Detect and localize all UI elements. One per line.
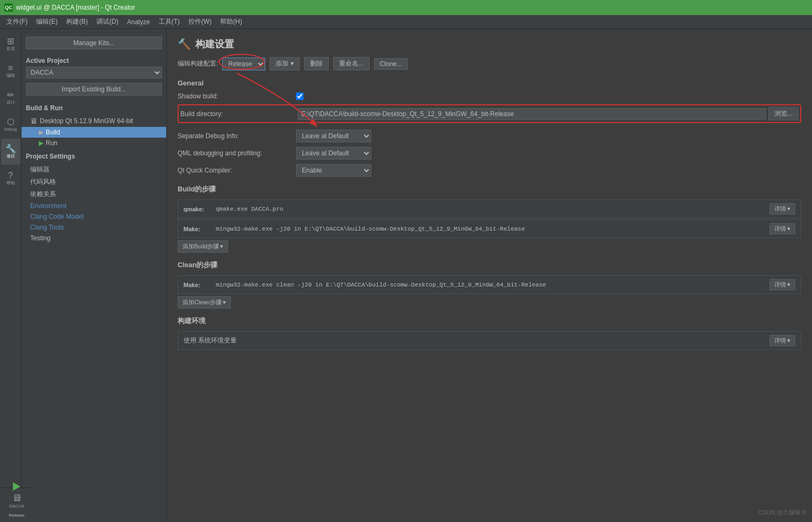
build-steps-header: Build的步骤: [178, 184, 801, 194]
watermark: CSDN @大脑曝光: [759, 509, 807, 517]
clean-step-1: Make: mingw32-make.exe clean -j20 in E:\…: [178, 275, 801, 294]
clean-details-button[interactable]: 详情 ▾: [769, 279, 795, 290]
main-content-area: 🔨 构建设置 编辑构建配置: Release 添加 ▾ 删除 重命名... Cl…: [167, 29, 812, 522]
bottom-config-label: Release: [9, 513, 24, 518]
sidebar-item-edit[interactable]: ≡ 编辑: [1, 58, 20, 84]
import-existing-build-button[interactable]: Import Existing Build...: [26, 83, 162, 96]
debug-label: Debug: [4, 127, 17, 132]
env-details-button[interactable]: 详情 ▾: [769, 335, 795, 346]
bottom-config-item[interactable]: Release: [1, 511, 32, 520]
sep-debug-row: Separate Debug Info: Leave at Default: [178, 130, 801, 142]
qml-debug-select[interactable]: Leave at Default: [296, 147, 371, 160]
env-text: 使用 系统环境变量: [183, 336, 769, 345]
menu-file[interactable]: 文件(F): [2, 16, 32, 27]
monitor-icon: 🖥: [30, 117, 38, 125]
settings-dependencies[interactable]: 依赖关系: [22, 188, 166, 201]
bottom-device-label: DACCA: [9, 504, 24, 509]
sidebar-item-welcome[interactable]: ⊞ 欢迎: [1, 31, 20, 57]
build-steps-section: Build的步骤 qmake: qmake.exe DACCA.pro 详情 ▾…: [178, 184, 801, 253]
build-dir-label: Build directory:: [180, 110, 298, 118]
settings-testing[interactable]: Testing: [22, 233, 166, 244]
clean-steps-section: Clean的步骤 Make: mingw32-make.exe clean -j…: [178, 260, 801, 309]
settings-environment[interactable]: Environment: [22, 201, 166, 211]
main-layout: ⊞ 欢迎 ≡ 编辑 ✏ 设计 ⬡ Debug 🔧 项目 ? 帮助 Manage …: [0, 29, 812, 522]
manage-kits-button[interactable]: Manage Kits...: [26, 37, 162, 49]
build-triangle-icon: ▶: [39, 128, 44, 136]
sep-debug-select[interactable]: Leave at Default: [296, 130, 371, 142]
delete-config-button[interactable]: 删除: [304, 57, 329, 70]
settings-clang-code-model[interactable]: Clang Code Model: [22, 211, 166, 222]
build-dir-input[interactable]: [298, 108, 766, 120]
sidebar-item-help[interactable]: ? 帮助: [1, 166, 20, 191]
make-details-button[interactable]: 详情 ▾: [769, 223, 795, 234]
icon-sidebar: ⊞ 欢迎 ≡ 编辑 ✏ 设计 ⬡ Debug 🔧 项目 ? 帮助: [0, 29, 22, 522]
clean-steps-header: Clean的步骤: [178, 260, 801, 270]
window-title: widget.ui @ DACCA [master] - Qt Creator: [16, 4, 135, 11]
config-select[interactable]: Release: [222, 58, 265, 70]
qmake-details-button[interactable]: 详情 ▾: [769, 203, 795, 214]
menu-help[interactable]: 帮助(H): [216, 16, 246, 27]
menu-controls[interactable]: 控件(W): [184, 16, 216, 27]
qt-quick-row: Qt Quick Compiler: Enable: [178, 164, 801, 177]
build-step-1: qmake: qmake.exe DACCA.pro 详情 ▾: [178, 199, 801, 218]
build-label: Build: [46, 128, 60, 136]
sidebar-item-design[interactable]: ✏ 设计: [1, 85, 20, 111]
build-run-title: Build & Run: [22, 100, 166, 115]
make-value: mingw32-make.exe -j20 in E:\QT\DACCA\bui…: [216, 226, 769, 232]
run-sub-item[interactable]: ▶ Run: [22, 138, 166, 148]
menu-tools[interactable]: 工具(T): [154, 16, 184, 27]
shadow-build-checkbox[interactable]: [296, 92, 303, 100]
settings-editor[interactable]: 编辑器: [22, 163, 166, 176]
qmake-label: qmake:: [183, 206, 216, 212]
clone-config-button[interactable]: Clone...: [374, 58, 408, 70]
build-env-section: 构建环境 使用 系统环境变量 详情 ▾: [178, 316, 801, 350]
shadow-build-row: Shadow build:: [178, 92, 801, 100]
sep-debug-label: Separate Debug Info:: [178, 132, 296, 140]
build-env-header: 构建环境: [178, 316, 801, 326]
menu-edit[interactable]: 编辑(E): [32, 16, 62, 27]
menu-bar: 文件(F) 编辑(E) 构建(B) 调试(D) Analyze 工具(T) 控件…: [0, 15, 812, 29]
sidebar-item-project[interactable]: 🔧 项目: [1, 139, 20, 165]
clean-make-value: mingw32-make.exe clean -j20 in E:\QT\DAC…: [216, 282, 769, 288]
kit-item[interactable]: 🖥 Desktop Qt 5.12.9 MinGW 64-bit: [22, 115, 166, 127]
menu-analyze[interactable]: Analyze: [123, 17, 154, 27]
menu-debug[interactable]: 调试(D): [92, 16, 123, 27]
panel-sidebar: Manage Kits... Active Project DACCA Impo…: [22, 29, 167, 522]
hammer-icon: 🔨: [178, 38, 191, 51]
settings-clang-tools[interactable]: Clang Tools: [22, 222, 166, 233]
design-label: 设计: [6, 101, 15, 105]
qt-quick-label: Qt Quick Compiler:: [178, 167, 296, 174]
add-config-button[interactable]: 添加 ▾: [270, 57, 299, 70]
edit-icon: ≡: [8, 64, 13, 73]
settings-code-style[interactable]: 代码风格: [22, 176, 166, 188]
svg-marker-2: [13, 482, 20, 491]
rename-config-button[interactable]: 重命名...: [333, 57, 370, 70]
general-section-header: General: [178, 79, 801, 87]
qml-debug-label: QML debugging and profiling:: [178, 149, 296, 157]
edit-label: 编辑: [6, 74, 15, 78]
qt-quick-select[interactable]: Enable: [296, 164, 371, 177]
build-step-2: Make: mingw32-make.exe -j20 in E:\QT\DAC…: [178, 219, 801, 238]
project-dropdown-row: DACCA: [26, 67, 162, 78]
kit-name: Desktop Qt 5.12.9 MinGW 64-bit: [40, 117, 133, 125]
build-dir-row: Build directory: 浏览...: [178, 104, 801, 123]
help-label: 帮助: [6, 181, 15, 185]
play-button[interactable]: [8, 478, 25, 495]
sidebar-item-debug[interactable]: ⬡ Debug: [1, 112, 20, 138]
config-label: 编辑构建配置:: [178, 59, 218, 68]
qml-debug-row: QML debugging and profiling: Leave at De…: [178, 147, 801, 160]
add-clean-step-button[interactable]: 添加Clean步骤 ▾: [178, 296, 231, 309]
project-label: 项目: [6, 154, 15, 159]
run-triangle-icon: ▶: [39, 139, 44, 147]
menu-build[interactable]: 构建(B): [62, 16, 92, 27]
env-row: 使用 系统环境变量 详情 ▾: [178, 331, 801, 350]
build-sub-item[interactable]: ▶ Build: [22, 127, 166, 138]
design-icon: ✏: [7, 91, 14, 99]
welcome-label: 欢迎: [6, 47, 15, 51]
page-title: 构建设置: [195, 38, 234, 51]
qmake-value: qmake.exe DACCA.pro: [216, 206, 769, 212]
config-row: 编辑构建配置: Release 添加 ▾ 删除 重命名... Clone...: [178, 57, 801, 70]
add-build-step-button[interactable]: 添加Build步骤 ▾: [178, 240, 228, 253]
project-select[interactable]: DACCA: [26, 67, 162, 78]
browse-button[interactable]: 浏览...: [768, 107, 799, 120]
